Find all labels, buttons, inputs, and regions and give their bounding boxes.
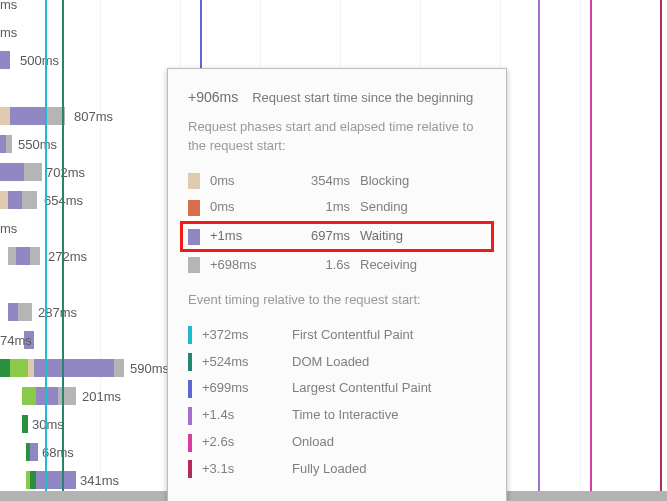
event-swatch-icon bbox=[188, 380, 192, 398]
event-swatch-icon bbox=[188, 353, 192, 371]
row-duration-label: 201ms bbox=[82, 389, 121, 404]
tooltip-header: +906ms Request start time since the begi… bbox=[188, 87, 486, 108]
event-swatch-icon bbox=[188, 326, 192, 344]
timing-bar[interactable] bbox=[8, 303, 32, 321]
event-name: Onload bbox=[292, 433, 486, 452]
phase-duration: 354ms bbox=[290, 172, 350, 191]
timing-bar[interactable] bbox=[0, 51, 10, 69]
event-time: +2.6s bbox=[202, 433, 282, 452]
event-row: +372msFirst Contentful Paint bbox=[188, 322, 486, 349]
row-duration-label: 272ms bbox=[48, 249, 87, 264]
table-row[interactable]: ms bbox=[0, 18, 667, 46]
fcp-marker bbox=[45, 0, 47, 501]
dom-marker bbox=[62, 0, 64, 501]
timing-bar[interactable] bbox=[26, 471, 76, 489]
event-name: Time to Interactive bbox=[292, 406, 486, 425]
phase-swatch-icon bbox=[188, 257, 200, 273]
phase-name: Receiving bbox=[360, 256, 486, 275]
row-duration-label: 74ms bbox=[0, 333, 32, 348]
phase-name: Waiting bbox=[360, 227, 486, 246]
events-list: +372msFirst Contentful Paint+524msDOM Lo… bbox=[188, 322, 486, 483]
row-duration-label: ms bbox=[0, 25, 17, 40]
event-name: First Contentful Paint bbox=[292, 326, 486, 345]
phase-row-receiving: +698ms1.6sReceiving bbox=[188, 252, 486, 279]
request-timing-tooltip: +906ms Request start time since the begi… bbox=[167, 68, 507, 501]
timing-bar[interactable] bbox=[8, 247, 40, 265]
row-duration-label: 287ms bbox=[38, 305, 77, 320]
phase-swatch-icon bbox=[188, 229, 200, 245]
full-marker bbox=[660, 0, 662, 501]
load-marker bbox=[590, 0, 592, 501]
events-description: Event timing relative to the request sta… bbox=[188, 291, 486, 310]
timing-bar[interactable] bbox=[0, 191, 37, 209]
row-duration-label: ms bbox=[0, 0, 17, 12]
row-duration-label: 702ms bbox=[46, 165, 85, 180]
phase-start: +698ms bbox=[210, 256, 280, 275]
event-row: +1.4sTime to Interactive bbox=[188, 402, 486, 429]
phase-name: Blocking bbox=[360, 172, 486, 191]
phase-swatch-icon bbox=[188, 200, 200, 216]
phases-list: 0ms354msBlocking0ms1msSending+1ms697msWa… bbox=[188, 168, 486, 279]
phase-swatch-icon bbox=[188, 173, 200, 189]
tti-marker bbox=[538, 0, 540, 501]
timing-bar[interactable] bbox=[22, 387, 76, 405]
event-row: +3.1sFully Loaded bbox=[188, 456, 486, 483]
row-duration-label: ms bbox=[0, 221, 17, 236]
row-duration-label: 341ms bbox=[80, 473, 119, 488]
event-time: +372ms bbox=[202, 326, 282, 345]
phase-row-sending: 0ms1msSending bbox=[188, 194, 486, 221]
row-duration-label: 500ms bbox=[20, 53, 59, 68]
event-swatch-icon bbox=[188, 460, 192, 478]
phases-description: Request phases start and elapsed time re… bbox=[188, 118, 486, 156]
request-start-value: +906ms bbox=[188, 87, 238, 107]
row-duration-label: 590ms bbox=[130, 361, 169, 376]
event-name: Fully Loaded bbox=[292, 460, 486, 479]
timing-bar[interactable] bbox=[22, 415, 28, 433]
row-duration-label: 550ms bbox=[18, 137, 57, 152]
phase-name: Sending bbox=[360, 198, 486, 217]
phase-start: 0ms bbox=[210, 172, 280, 191]
event-swatch-icon bbox=[188, 407, 192, 425]
timing-bar[interactable] bbox=[26, 443, 38, 461]
timing-bar[interactable] bbox=[0, 107, 65, 125]
event-time: +524ms bbox=[202, 353, 282, 372]
event-swatch-icon bbox=[188, 434, 192, 452]
event-time: +3.1s bbox=[202, 460, 282, 479]
table-row[interactable]: ms bbox=[0, 0, 667, 18]
phase-row-blocking: 0ms354msBlocking bbox=[188, 168, 486, 195]
event-row: +2.6sOnload bbox=[188, 429, 486, 456]
phase-start: 0ms bbox=[210, 198, 280, 217]
phase-duration: 1.6s bbox=[290, 256, 350, 275]
phase-start: +1ms bbox=[210, 227, 280, 246]
event-name: DOM Loaded bbox=[292, 353, 486, 372]
phase-row-waiting: +1ms697msWaiting bbox=[180, 221, 494, 252]
event-time: +699ms bbox=[202, 379, 282, 398]
row-duration-label: 807ms bbox=[74, 109, 113, 124]
event-row: +699msLargest Contentful Paint bbox=[188, 375, 486, 402]
phase-duration: 1ms bbox=[290, 198, 350, 217]
request-start-desc: Request start time since the beginning bbox=[252, 89, 473, 108]
event-time: +1.4s bbox=[202, 406, 282, 425]
phase-duration: 697ms bbox=[290, 227, 350, 246]
event-name: Largest Contentful Paint bbox=[292, 379, 486, 398]
timing-bar[interactable] bbox=[0, 135, 12, 153]
event-row: +524msDOM Loaded bbox=[188, 349, 486, 376]
timing-bar[interactable] bbox=[0, 163, 42, 181]
row-duration-label: 30ms bbox=[32, 417, 64, 432]
